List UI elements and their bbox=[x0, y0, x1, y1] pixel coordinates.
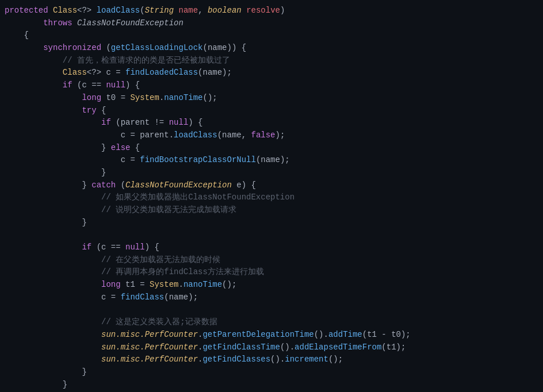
line-6: Class <?> c = findLoadedClass (name); bbox=[5, 67, 534, 79]
code-editor: protected Class <?> loadClass ( String n… bbox=[0, 0, 543, 392]
line-19 bbox=[5, 229, 534, 241]
line-30: } bbox=[5, 366, 534, 379]
line-22: // 再调用本身的findClass方法来进行加载 bbox=[5, 266, 534, 279]
line-5: // 首先，检查请求的的类是否已经被加载过了 bbox=[5, 55, 534, 67]
line-23: long t1 = System . nanoTime (); bbox=[5, 279, 534, 291]
line-14: } bbox=[5, 167, 534, 179]
line-18: } bbox=[5, 217, 534, 229]
line-27: sun.misc.PerfCounter . getParentDelegati… bbox=[5, 329, 534, 341]
keyword-protected: protected bbox=[5, 5, 48, 17]
line-16: // 如果父类加载器抛出ClassNotFoundException bbox=[5, 191, 534, 204]
line-3: { bbox=[5, 29, 534, 42]
line-8: long t0 = System . nanoTime (); bbox=[5, 92, 534, 105]
line-11: c = parent. loadClass (name, false ); bbox=[5, 129, 534, 142]
line-4: synchronized ( getClassLoadingLock (name… bbox=[5, 42, 534, 55]
line-25 bbox=[5, 304, 534, 317]
line-17: // 说明父类加载器无法完成加载请求 bbox=[5, 204, 534, 217]
line-28: sun.misc.PerfCounter . getFindClassTime … bbox=[5, 341, 534, 354]
line-2: throws ClassNotFoundException bbox=[5, 17, 534, 30]
line-31: } bbox=[5, 379, 534, 391]
line-20: if (c == null ) { bbox=[5, 241, 534, 254]
line-1: protected Class <?> loadClass ( String n… bbox=[5, 5, 534, 17]
line-21: // 在父类加载器无法加载的时候 bbox=[5, 254, 534, 267]
line-26: // 这是定义类装入器;记录数据 bbox=[5, 316, 534, 329]
line-12: } else { bbox=[5, 142, 534, 155]
line-7: if (c == null ) { bbox=[5, 79, 534, 92]
line-13: c = findBootstrapClassOrNull (name); bbox=[5, 154, 534, 167]
line-24: c = findClass (name); bbox=[5, 291, 534, 304]
line-29: sun.misc.PerfCounter . getFindClasses ()… bbox=[5, 353, 534, 366]
line-10: if (parent != null ) { bbox=[5, 117, 534, 129]
line-9: try { bbox=[5, 105, 534, 117]
line-15: } catch ( ClassNotFoundException e) { bbox=[5, 179, 534, 192]
